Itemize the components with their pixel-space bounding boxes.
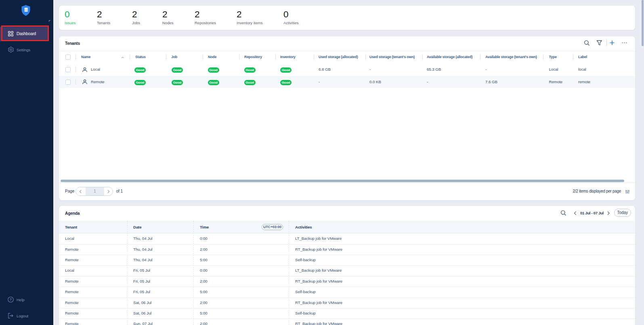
svg-text:?: ? [10, 298, 12, 302]
